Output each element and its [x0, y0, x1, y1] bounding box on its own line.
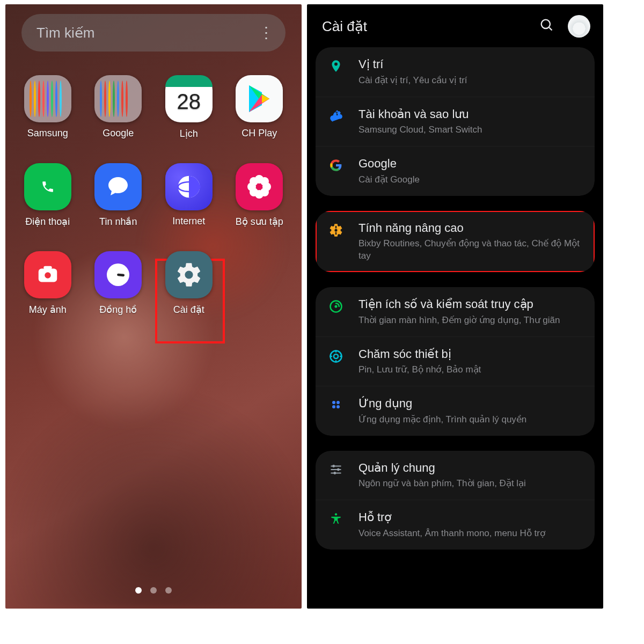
- app-label: Bộ sưu tập: [236, 216, 283, 228]
- svg-point-16: [260, 188, 269, 196]
- settings-item-location[interactable]: Vị trí Cài đặt vị trí, Yêu cầu vị trí: [316, 47, 595, 97]
- svg-point-32: [334, 354, 338, 358]
- settings-group: Tiện ích số và kiểm soát truy cập Thời g…: [316, 287, 595, 436]
- settings-item-wellbeing[interactable]: Tiện ích số và kiểm soát truy cập Thời g…: [316, 287, 595, 336]
- clock-icon: [94, 251, 142, 298]
- svg-point-14: [260, 177, 269, 186]
- wellbeing-icon: [325, 297, 347, 314]
- google-icon: [325, 156, 347, 172]
- more-icon[interactable]: ⋮: [259, 25, 274, 40]
- svg-point-6: [121, 184, 123, 187]
- item-title: Google: [358, 156, 584, 172]
- svg-point-5: [117, 184, 120, 187]
- item-subtitle: Ngôn ngữ và bàn phím, Thời gian, Đặt lại: [358, 478, 584, 490]
- app-calendar[interactable]: 28 Lịch: [158, 75, 219, 140]
- folder-icon: [94, 75, 142, 122]
- page-dot[interactable]: [165, 587, 172, 594]
- item-subtitle: Bixby Routines, Chuyển động và thao tác,…: [358, 238, 584, 262]
- gallery-icon: [236, 163, 283, 210]
- phone-icon: [24, 163, 71, 210]
- calendar-icon: 28: [165, 75, 213, 122]
- app-phone[interactable]: Điện thoại: [17, 163, 78, 228]
- svg-point-13: [250, 177, 258, 186]
- settings-item-device[interactable]: Chăm sóc thiết bị Pin, Lưu trữ, Bộ nhớ, …: [316, 336, 595, 386]
- calendar-day: 28: [177, 90, 201, 114]
- search-icon[interactable]: [539, 17, 554, 36]
- settings-screen: Cài đặt Vị trí Cài đặt vị trí, Yêu cầu v…: [307, 4, 603, 609]
- item-subtitle: Voice Assistant, Âm thanh mono, menu Hỗ …: [358, 528, 584, 540]
- settings-group: Tính năng nâng cao Bixby Routines, Chuyể…: [316, 211, 595, 272]
- item-title: Chăm sóc thiết bị: [358, 347, 584, 362]
- app-label: Đồng hồ: [99, 304, 137, 316]
- settings-item-accounts[interactable]: Tài khoản và sao lưu Samsung Cloud, Smar…: [316, 97, 595, 147]
- item-title: Tài khoản và sao lưu: [358, 107, 584, 122]
- app-label: Điện thoại: [25, 216, 70, 228]
- item-title: Tiện ích số và kiểm soát truy cập: [358, 297, 584, 312]
- app-label: Internet: [172, 216, 205, 227]
- device-icon: [325, 347, 347, 364]
- svg-point-17: [256, 184, 262, 190]
- svg-point-15: [250, 188, 258, 196]
- page-title: Cài đặt: [322, 18, 367, 35]
- svg-rect-38: [331, 469, 341, 470]
- apps-icon: [325, 396, 347, 411]
- item-title: Vị trí: [358, 57, 584, 72]
- general-icon: [325, 460, 347, 477]
- play-icon: [236, 75, 283, 122]
- page-dot[interactable]: [150, 587, 157, 594]
- svg-point-43: [335, 513, 337, 515]
- app-clock[interactable]: Đồng hồ: [88, 251, 149, 316]
- item-title: Ứng dụng: [358, 396, 584, 412]
- app-label: Máy ảnh: [29, 304, 67, 316]
- svg-rect-37: [331, 465, 341, 466]
- internet-icon: [165, 163, 213, 210]
- search-placeholder: Tìm kiếm: [36, 25, 94, 41]
- item-subtitle: Pin, Lưu trữ, Bộ nhớ, Bảo mật: [358, 364, 584, 376]
- app-label: Cài đặt: [173, 304, 204, 316]
- search-bar[interactable]: Tìm kiếm ⋮: [21, 14, 286, 52]
- item-title: Tính năng nâng cao: [358, 221, 584, 236]
- app-label: Samsung: [27, 128, 68, 139]
- svg-point-41: [337, 468, 340, 471]
- item-subtitle: Thời gian màn hình, Đếm giờ ứng dụng, Th…: [358, 314, 584, 327]
- svg-point-36: [336, 405, 340, 408]
- settings-item-advanced[interactable]: Tính năng nâng cao Bixby Routines, Chuyể…: [316, 211, 595, 272]
- svg-point-24: [541, 19, 550, 28]
- settings-item-access[interactable]: Hỗ trợ Voice Assistant, Âm thanh mono, m…: [316, 500, 595, 550]
- settings-group: Quản lý chung Ngôn ngữ và bàn phím, Thời…: [316, 451, 595, 550]
- svg-rect-28: [335, 232, 336, 235]
- app-settings[interactable]: Cài đặt: [158, 251, 219, 316]
- svg-point-33: [332, 401, 335, 404]
- svg-point-26: [334, 229, 337, 231]
- app-label: Lịch: [180, 128, 198, 140]
- svg-point-35: [332, 405, 335, 408]
- app-camera[interactable]: Máy ảnh: [17, 251, 78, 316]
- svg-point-4: [113, 184, 116, 187]
- svg-line-25: [549, 27, 552, 30]
- item-subtitle: Ứng dụng mặc định, Trình quản lý quyền: [358, 414, 584, 426]
- app-folder-samsung[interactable]: Samsung: [17, 75, 78, 140]
- app-browser[interactable]: Internet: [158, 163, 219, 228]
- settings-header: Cài đặt: [307, 4, 603, 47]
- app-messages[interactable]: Tin nhắn: [88, 163, 149, 228]
- settings-item-general[interactable]: Quản lý chung Ngôn ngữ và bàn phím, Thời…: [316, 451, 595, 500]
- advanced-icon: [325, 221, 347, 238]
- settings-icon: [165, 251, 213, 298]
- page-dot[interactable]: [135, 587, 142, 594]
- settings-group: Vị trí Cài đặt vị trí, Yêu cầu vị trí Tà…: [316, 47, 595, 196]
- item-subtitle: Cài đặt Google: [358, 174, 584, 186]
- app-play-store[interactable]: CH Play: [229, 75, 290, 140]
- app-gallery[interactable]: Bộ sưu tập: [229, 163, 290, 228]
- home-screen: Tìm kiếm ⋮ Samsung: [5, 4, 302, 609]
- settings-item-google[interactable]: Google Cài đặt Google: [316, 146, 595, 196]
- access-icon: [325, 510, 347, 526]
- app-folder-google[interactable]: Google: [88, 75, 149, 140]
- svg-marker-3: [262, 94, 269, 103]
- app-label: Google: [103, 128, 134, 139]
- profile-avatar[interactable]: [568, 15, 590, 38]
- page-indicator[interactable]: [5, 587, 302, 594]
- item-title: Hỗ trợ: [358, 510, 584, 525]
- svg-point-34: [336, 401, 340, 404]
- settings-item-apps[interactable]: Ứng dụng Ứng dụng mặc định, Trình quản l…: [316, 386, 595, 436]
- svg-point-40: [332, 465, 335, 467]
